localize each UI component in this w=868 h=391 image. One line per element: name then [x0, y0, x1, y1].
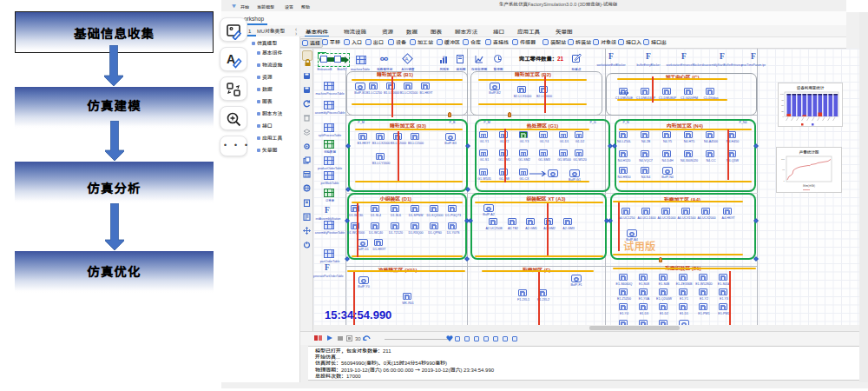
- svg-text:0: 0: [784, 179, 786, 182]
- svg-text:17k: 17k: [781, 157, 786, 161]
- svg-text:9k: 9k: [782, 168, 785, 171]
- svg-text:100: 100: [780, 92, 785, 96]
- svg-text:0: 0: [783, 115, 785, 118]
- svg-text:时间(分钟): 时间(分钟): [803, 184, 815, 188]
- svg-text:75: 75: [781, 98, 784, 102]
- svg-text:25: 25: [781, 109, 784, 113]
- svg-text:50: 50: [781, 103, 784, 107]
